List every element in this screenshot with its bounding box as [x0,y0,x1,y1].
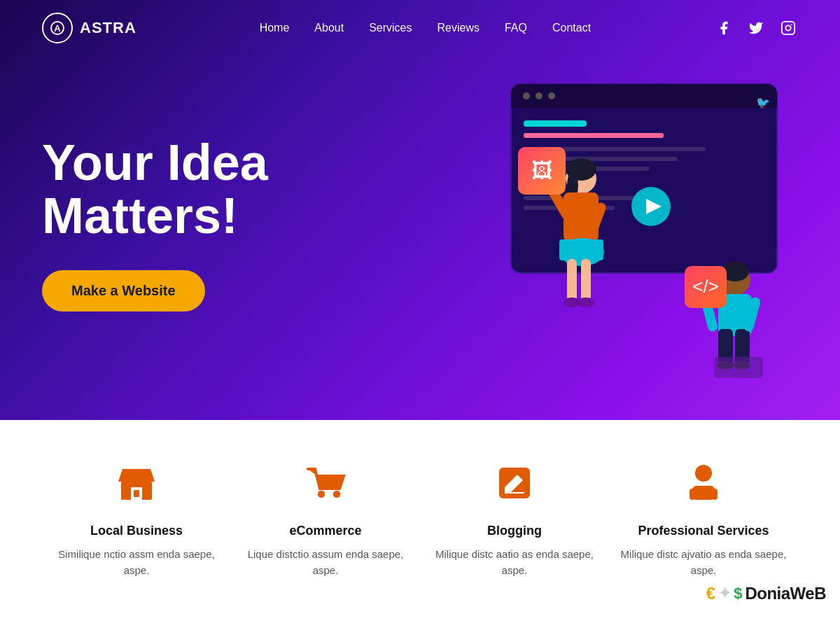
service-title-blogging: Blogging [487,524,542,538]
service-desc-professional: Milique distc ajvatio as enda saepe, asp… [620,547,788,578]
svg-rect-58 [692,486,715,500]
cta-button[interactable]: Make a Website [42,270,205,312]
twitter-icon[interactable] [746,18,766,38]
logo-area[interactable]: A ASTRA [42,13,136,43]
svg-point-31 [578,298,594,307]
social-links [714,18,798,38]
hero-title: Your Idea Matters! [42,136,268,242]
person-icon [682,462,724,512]
main-nav: Home About Services Reviews FAQ Contact [260,22,591,34]
site-header: A ASTRA Home About Services Reviews FAQ … [0,0,840,56]
svg-point-9 [536,92,542,99]
watermark: € ✦ $ DoniaWeB [706,584,826,603]
logo-text: ASTRA [80,19,136,37]
svg-text:🖼: 🖼 [531,159,552,182]
svg-text:🐦: 🐦 [756,96,770,109]
svg-text:A: A [54,23,61,34]
svg-rect-27 [559,239,603,260]
nav-contact[interactable]: Contact [552,22,591,34]
service-title-ecommerce: eCommerce [289,524,361,538]
svg-rect-59 [690,489,695,500]
facebook-icon[interactable] [714,18,734,38]
svg-rect-50 [134,490,139,497]
services-section: Local Business Similique nctio assm enda… [0,420,840,616]
edit-icon [493,462,536,512]
svg-rect-28 [567,259,577,301]
svg-rect-29 [581,259,591,301]
service-card-professional: Professional Services Milique distc ajva… [620,462,788,578]
service-desc-local: Similique nctio assm enda saepe, aspe. [52,547,220,578]
instagram-icon[interactable] [778,18,798,38]
svg-point-8 [523,92,530,99]
svg-rect-13 [524,133,664,138]
nav-reviews[interactable]: Reviews [438,22,479,34]
watermark-text: DoniaWeB [745,584,826,603]
nav-services[interactable]: Services [369,22,412,34]
svg-rect-12 [524,120,587,127]
svg-point-4 [791,24,792,25]
hero-illustration: 🐦 [434,56,805,406]
svg-point-54 [333,491,340,498]
svg-point-57 [695,465,712,482]
svg-rect-7 [511,98,777,108]
store-icon [115,462,158,512]
hero-section: A ASTRA Home About Services Reviews FAQ … [0,0,840,420]
svg-text:</>: </> [692,276,719,297]
nav-home[interactable]: Home [260,22,290,34]
nav-about[interactable]: About [314,22,344,34]
cart-icon [304,462,346,512]
svg-rect-45 [714,357,763,378]
service-desc-blogging: Milique distc aatio as enda saepe, aspe. [430,547,598,578]
service-card-ecommerce: eCommerce Lique distctio assum enda saep… [241,462,410,578]
svg-point-10 [548,92,555,99]
svg-point-53 [318,491,325,498]
nav-faq[interactable]: FAQ [505,22,527,34]
svg-rect-2 [782,22,794,34]
logo-icon: A [42,13,73,43]
service-card-blogging: Blogging Milique distc aatio as enda sae… [430,462,598,578]
hero-content: Your Idea Matters! Make a Website [42,108,268,312]
svg-rect-60 [712,489,718,500]
svg-point-3 [785,25,790,30]
service-title-local: Local Business [90,524,183,538]
service-title-professional: Professional Services [638,524,769,538]
service-desc-ecommerce: Lique distctio assum enda saepe, aspe. [241,547,410,578]
service-card-local-business: Local Business Similique nctio assm enda… [52,462,220,578]
